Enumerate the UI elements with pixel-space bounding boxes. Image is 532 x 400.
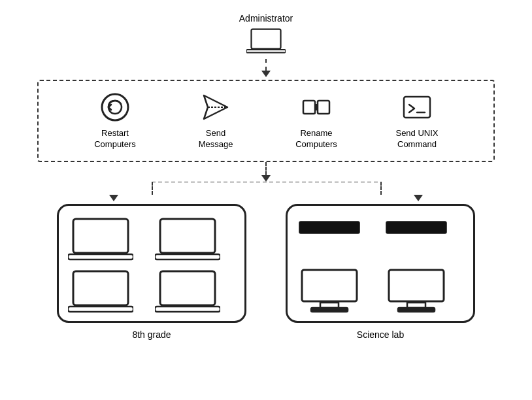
desktop-icon-1 (297, 269, 362, 314)
arrow-admin-to-actions (261, 59, 271, 77)
svg-point-2 (102, 94, 128, 120)
svg-rect-29 (398, 308, 435, 312)
eighth-grade-computers (68, 216, 235, 314)
h-dashed-svg (37, 182, 495, 195)
monitor-icon-2 (384, 216, 449, 262)
svg-rect-19 (68, 307, 133, 312)
svg-rect-7 (318, 101, 329, 114)
science-lab-computers (297, 216, 464, 314)
admin-section: Administrator (239, 13, 293, 56)
h-connector (37, 182, 495, 195)
svg-rect-26 (311, 308, 348, 312)
rename-icon (301, 92, 332, 123)
svg-rect-27 (389, 270, 444, 301)
action-message: SendMessage (180, 92, 252, 150)
terminal-icon (401, 92, 433, 123)
eighth-grade-box (57, 204, 246, 323)
main-arrow-head (261, 175, 271, 182)
svg-rect-1 (246, 50, 286, 53)
laptop-icon-2 (155, 216, 220, 262)
group-science-lab: Science lab (286, 204, 475, 340)
action-rename: RenameComputers (280, 92, 352, 150)
eighth-grade-label: 8th grade (132, 329, 171, 340)
right-group-arrow (414, 195, 423, 201)
svg-rect-16 (160, 219, 215, 253)
admin-laptop-icon (246, 27, 286, 56)
svg-rect-15 (68, 254, 133, 259)
svg-rect-11 (404, 97, 430, 118)
monitor-icon-1 (297, 216, 362, 262)
group-eighth-grade: 8th grade (57, 204, 246, 340)
send-message-icon (200, 92, 231, 123)
groups-row: 8th grade (37, 204, 495, 340)
svg-rect-17 (155, 254, 220, 259)
svg-rect-14 (73, 219, 128, 253)
laptop-icon-4 (155, 269, 220, 314)
science-lab-box (286, 204, 475, 323)
svg-rect-20 (160, 271, 215, 305)
laptop-icon-3 (68, 269, 133, 314)
svg-rect-22 (299, 222, 359, 233)
rename-label: RenameComputers (295, 128, 337, 150)
unix-command-label: Send UNIXCommand (395, 128, 438, 150)
desktop-icon-2 (384, 269, 449, 314)
laptop-icon-1 (68, 216, 133, 262)
restart-label: RestartComputers (94, 128, 136, 150)
svg-rect-6 (303, 101, 315, 114)
restart-icon (99, 92, 131, 123)
action-restart: RestartComputers (79, 92, 151, 150)
action-unix: Send UNIXCommand (381, 92, 453, 150)
connector-section (37, 162, 495, 201)
actions-box: RestartComputers SendMessage RenameCompu… (37, 80, 495, 162)
svg-rect-0 (252, 29, 281, 49)
science-lab-label: Science lab (357, 329, 404, 340)
admin-label: Administrator (239, 13, 293, 24)
svg-rect-24 (302, 270, 357, 301)
svg-rect-21 (155, 307, 220, 312)
group-arrows (37, 195, 495, 201)
svg-rect-23 (386, 222, 446, 233)
send-message-label: SendMessage (199, 128, 233, 150)
left-drop-line (152, 182, 153, 195)
left-group-arrow (109, 195, 118, 201)
right-drop-line (380, 182, 382, 195)
svg-rect-18 (73, 271, 128, 305)
dashed-line-top (265, 162, 267, 175)
